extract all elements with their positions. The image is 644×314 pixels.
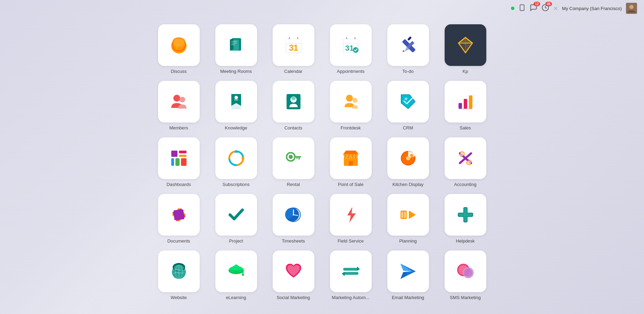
app-subscriptions[interactable]: Subscriptions <box>211 137 261 187</box>
svg-point-88 <box>293 214 294 215</box>
user-avatar[interactable] <box>626 3 637 14</box>
app-label-field-service: Field Service <box>338 238 364 244</box>
app-elearning[interactable]: eLearning <box>211 251 261 300</box>
svg-point-80 <box>460 152 464 156</box>
app-label-marketing-autom: Marketing Autom... <box>332 295 369 300</box>
app-icon-marketing-autom <box>330 251 372 292</box>
app-label-members: Members <box>169 125 188 130</box>
svg-rect-45 <box>300 97 302 100</box>
app-icon-social-marketing <box>273 251 314 292</box>
app-social-marketing[interactable]: Social Marketing <box>268 251 319 300</box>
app-label-point-of-sale: Point of Sale <box>338 182 364 187</box>
chat-badge: 12 <box>534 2 540 6</box>
app-label-email-marketing: Email Marketing <box>392 295 424 300</box>
app-icon-dashboards <box>158 137 200 179</box>
svg-point-46 <box>346 95 353 102</box>
svg-rect-64 <box>298 158 300 160</box>
svg-rect-51 <box>469 95 472 109</box>
app-discuss[interactable]: Discuss <box>154 24 204 74</box>
app-frontdesk[interactable]: Frontdesk <box>325 81 376 130</box>
app-icon-timesheets <box>273 194 314 236</box>
app-marketing-autom[interactable]: Marketing Autom... <box>325 251 376 300</box>
app-icon-knowledge <box>215 81 257 122</box>
app-kp[interactable]: Kp <box>440 24 490 74</box>
svg-point-74 <box>410 154 413 157</box>
svg-rect-29 <box>407 36 412 41</box>
app-planning[interactable]: Planning <box>383 194 433 244</box>
app-accounting[interactable]: Accounting <box>440 137 490 187</box>
app-label-subscriptions: Subscriptions <box>222 182 249 187</box>
svg-rect-12 <box>231 43 237 43</box>
svg-rect-13 <box>231 44 235 45</box>
app-crm[interactable]: CRM <box>383 81 433 130</box>
app-field-service[interactable]: Field Service <box>325 194 376 244</box>
svg-rect-52 <box>459 109 472 109</box>
svg-marker-90 <box>347 207 356 222</box>
app-contacts[interactable]: Contacts <box>268 81 319 130</box>
svg-point-36 <box>173 95 180 102</box>
svg-rect-40 <box>234 100 238 100</box>
app-todo[interactable]: To-do <box>383 24 433 74</box>
company-name[interactable]: My Company (San Francisco) <box>562 6 622 11</box>
app-label-crm: CRM <box>403 125 413 130</box>
app-icon-discuss <box>158 24 200 66</box>
svg-marker-113 <box>342 272 345 276</box>
app-icon-rental <box>273 137 314 179</box>
app-kitchen-display[interactable]: Kitchen Display <box>383 137 433 187</box>
svg-rect-98 <box>459 213 472 216</box>
app-label-sales: Sales <box>460 125 471 130</box>
app-documents[interactable]: Documents <box>154 194 204 244</box>
phone-icon[interactable] <box>519 4 526 13</box>
app-icon-meeting-rooms <box>215 24 257 66</box>
app-project[interactable]: Project <box>211 194 261 244</box>
app-dashboards[interactable]: Dashboards <box>154 137 204 187</box>
svg-rect-50 <box>464 99 467 109</box>
app-label-appointments: Appointments <box>337 69 365 74</box>
app-label-social-marketing: Social Marketing <box>276 295 310 300</box>
app-timesheets[interactable]: Timesheets <box>268 194 319 244</box>
svg-point-43 <box>291 96 296 100</box>
app-icon-sales <box>445 81 486 122</box>
svg-rect-11 <box>231 41 237 42</box>
app-email-marketing[interactable]: Email Marketing <box>383 251 433 300</box>
app-calendar[interactable]: 31 Calendar <box>268 24 319 74</box>
svg-rect-111 <box>343 272 358 275</box>
svg-rect-110 <box>343 268 358 271</box>
chat-icon[interactable]: 12 <box>530 4 537 13</box>
app-rental[interactable]: Rental <box>268 137 319 187</box>
app-label-todo: To-do <box>402 69 414 74</box>
app-sms-marketing[interactable]: SMS Marketing <box>440 251 490 300</box>
app-icon-field-service <box>330 194 372 236</box>
app-icon-calendar: 31 <box>273 24 314 66</box>
svg-rect-49 <box>459 103 462 109</box>
app-sales[interactable]: Sales <box>440 81 490 130</box>
svg-rect-0 <box>520 5 524 10</box>
svg-point-4 <box>629 5 634 9</box>
svg-rect-94 <box>404 212 406 218</box>
app-icon-kp <box>445 24 486 66</box>
app-label-project: Project <box>229 238 243 244</box>
app-helpdesk[interactable]: Helpdesk <box>440 194 490 244</box>
app-label-dashboards: Dashboards <box>166 182 191 187</box>
svg-marker-112 <box>357 266 360 271</box>
app-label-frontdesk: Frontdesk <box>341 125 361 130</box>
app-point-of-sale[interactable]: Point of Sale <box>325 137 376 187</box>
app-icon-helpdesk <box>445 194 486 236</box>
app-icon-accounting <box>445 137 486 179</box>
app-appointments[interactable]: 31 Appointments <box>325 24 376 74</box>
app-label-calendar: Calendar <box>284 69 303 74</box>
app-label-kp: Kp <box>463 69 468 74</box>
app-website[interactable]: Website <box>154 251 204 300</box>
svg-marker-92 <box>409 211 416 219</box>
activity-icon[interactable]: 46 <box>542 4 549 13</box>
svg-point-47 <box>353 98 357 103</box>
svg-rect-53 <box>171 151 177 157</box>
app-label-kitchen-display: Kitchen Display <box>393 182 424 187</box>
svg-text:31: 31 <box>289 43 298 52</box>
app-knowledge[interactable]: Knowledge <box>211 81 261 130</box>
app-label-meeting-rooms: Meeting Rooms <box>220 69 252 74</box>
app-icon-point-of-sale <box>330 137 372 179</box>
app-meeting-rooms[interactable]: Meeting Rooms <box>211 24 261 74</box>
app-members[interactable]: Members <box>154 81 204 130</box>
app-label-discuss: Discuss <box>171 69 187 74</box>
